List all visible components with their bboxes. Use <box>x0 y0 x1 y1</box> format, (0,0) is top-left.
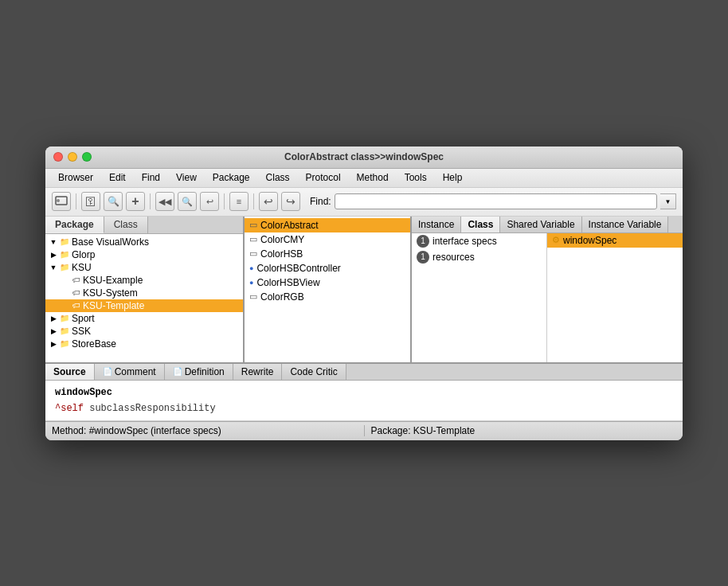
window-title: ColorAbstract class>>windowSpec <box>284 151 444 162</box>
redo-button[interactable]: ↪ <box>281 192 300 211</box>
method-panel: ⚙ windowSpec <box>547 233 683 362</box>
add-button[interactable]: + <box>126 192 145 211</box>
menu-view[interactable]: View <box>170 170 203 185</box>
middle-panel: ▭ ColorAbstract ▭ ColorCMY ▭ ColorHSB ● … <box>245 217 412 362</box>
tree-item-ssk[interactable]: ▶ 📁 SSK <box>45 325 243 338</box>
right-content: 1 interface specs 1 resources <box>412 233 683 362</box>
tree-item-glorp[interactable]: ▶ 📁 Glorp <box>45 248 243 261</box>
category-badge: 1 <box>417 251 429 264</box>
tree-item-ksu[interactable]: ▼ 📁 KSU <box>45 261 243 274</box>
right-tab-bar: Instance Class Shared Variable Instance … <box>412 217 683 233</box>
tab-class[interactable]: Class <box>104 217 148 233</box>
inspect-button[interactable]: ⚿ <box>81 192 100 211</box>
expander-icon: ▶ <box>49 327 58 335</box>
class-item-colorhsbview[interactable]: ● ColorHSBView <box>245 275 410 290</box>
folder-icon: 📁 <box>60 314 69 322</box>
menu-package[interactable]: Package <box>206 170 256 185</box>
expander-icon: ▼ <box>49 264 58 272</box>
close-button[interactable] <box>53 152 63 162</box>
tab-code-critic[interactable]: Code Critic <box>282 364 346 380</box>
tree-item-ksu-example[interactable]: 🏷 KSU-Example <box>45 274 243 287</box>
expander-icon: ▼ <box>49 238 58 246</box>
leaf-icon: 🏷 <box>72 275 80 284</box>
nav-button-2[interactable]: 🔍 <box>178 192 197 211</box>
menu-tools[interactable]: Tools <box>398 170 433 185</box>
tree-item-ksu-template[interactable]: 🏷 KSU-Template <box>45 299 243 312</box>
tree-item-ksu-system[interactable]: 🏷 KSU-System <box>45 287 243 299</box>
menu-find[interactable]: Find <box>135 170 166 185</box>
code-area[interactable]: windowSpec ^self subclassResponsibility <box>45 381 683 421</box>
indent-button[interactable]: ≡ <box>229 192 249 211</box>
folder-icon: 📁 <box>60 339 69 348</box>
tree-item-sport[interactable]: ▶ 📁 Sport <box>45 312 243 325</box>
tab-package[interactable]: Package <box>45 217 104 233</box>
toolbar-sep-3 <box>224 193 225 209</box>
category-panel: 1 interface specs 1 resources <box>412 233 547 362</box>
folder-icon: 📁 <box>60 237 69 246</box>
leaf-icon: 🏷 <box>72 301 80 310</box>
undo-button[interactable]: ↩ <box>259 192 278 211</box>
tab-class-methods[interactable]: Class <box>461 217 500 232</box>
menu-method[interactable]: Method <box>350 170 395 185</box>
left-panel: Package Class ▼ 📁 Base VisualWorks ▶ 📁 G… <box>45 217 245 362</box>
maximize-button[interactable] <box>82 152 92 162</box>
class-item-colorabstract[interactable]: ▭ ColorAbstract <box>245 218 410 232</box>
menu-protocol[interactable]: Protocol <box>299 170 347 185</box>
class-item-colorrgb[interactable]: ▭ ColorRGB <box>245 290 410 304</box>
category-resources[interactable]: 1 resources <box>412 249 546 265</box>
method-windowspec[interactable]: ⚙ windowSpec <box>547 233 683 248</box>
search-button[interactable]: 🔍 <box>104 192 123 211</box>
gear-icon: ⚙ <box>552 235 560 245</box>
nav-button-3[interactable]: ↩ <box>200 192 219 211</box>
tab-instance[interactable]: Instance <box>412 217 461 232</box>
bottom-section: Source 📄 Comment 📄 Definition Rewrite Co… <box>45 364 683 421</box>
status-package: Package: KSU-Template <box>365 425 683 436</box>
class-item-colorhsb[interactable]: ▭ ColorHSB <box>245 247 410 261</box>
comment-icon: 📄 <box>103 367 112 376</box>
method-list: ⚙ windowSpec <box>547 233 683 362</box>
tab-definition[interactable]: 📄 Definition <box>165 364 233 380</box>
right-panel: Instance Class Shared Variable Instance … <box>412 217 683 362</box>
menu-edit[interactable]: Edit <box>103 170 132 185</box>
class-list: ▭ ColorAbstract ▭ ColorCMY ▭ ColorHSB ● … <box>245 217 410 362</box>
menu-bar: Browser Edit Find View Package Class Pro… <box>45 169 683 188</box>
class-item-colorcmy[interactable]: ▭ ColorCMY <box>245 232 410 247</box>
bottom-tab-bar: Source 📄 Comment 📄 Definition Rewrite Co… <box>45 364 683 381</box>
tree-item-storebase[interactable]: ▶ 📁 StoreBase <box>45 338 243 350</box>
find-input[interactable] <box>335 193 657 209</box>
content-area: Package Class ▼ 📁 Base VisualWorks ▶ 📁 G… <box>45 217 683 440</box>
menu-class[interactable]: Class <box>260 170 296 185</box>
folder-icon: 📁 <box>60 326 69 335</box>
tab-rewrite[interactable]: Rewrite <box>233 364 283 380</box>
folder-icon: 📁 <box>60 250 69 259</box>
code-method-name: windowSpec <box>55 387 673 398</box>
menu-browser[interactable]: Browser <box>52 170 100 185</box>
tab-instance-variable[interactable]: Instance Variable <box>582 217 669 232</box>
svg-point-1 <box>57 199 60 202</box>
definition-icon: 📄 <box>173 367 182 376</box>
tree-item-base-visualworks[interactable]: ▼ 📁 Base VisualWorks <box>45 236 243 248</box>
browse-button[interactable] <box>52 192 71 211</box>
class-rect-icon: ▭ <box>249 248 257 259</box>
class-rect-icon: ▭ <box>249 234 257 244</box>
left-tab-bar: Package Class <box>45 217 243 234</box>
leaf-icon: 🏷 <box>72 288 80 297</box>
class-item-colorhsbcontroller[interactable]: ● ColorHSBController <box>245 261 410 275</box>
tab-source[interactable]: Source <box>45 364 95 380</box>
category-badge: 1 <box>417 235 429 248</box>
toolbar-sep-1 <box>76 193 76 209</box>
nav-button-1[interactable]: ◀◀ <box>155 192 174 211</box>
find-dropdown[interactable]: ▼ <box>660 193 676 209</box>
class-rect-icon: ▭ <box>249 220 257 230</box>
menu-help[interactable]: Help <box>436 170 469 185</box>
class-dot-icon: ● <box>249 279 253 287</box>
expander-icon: ▶ <box>49 251 58 259</box>
top-section: Package Class ▼ 📁 Base VisualWorks ▶ 📁 G… <box>45 217 683 364</box>
title-bar: ColorAbstract class>>windowSpec <box>45 146 683 169</box>
minimize-button[interactable] <box>68 152 77 162</box>
tab-shared-variable[interactable]: Shared Variable <box>500 217 581 232</box>
window-controls <box>53 152 92 162</box>
tab-comment[interactable]: 📄 Comment <box>95 364 165 380</box>
expander-icon: ▶ <box>49 340 58 348</box>
category-interface-specs[interactable]: 1 interface specs <box>412 233 546 249</box>
